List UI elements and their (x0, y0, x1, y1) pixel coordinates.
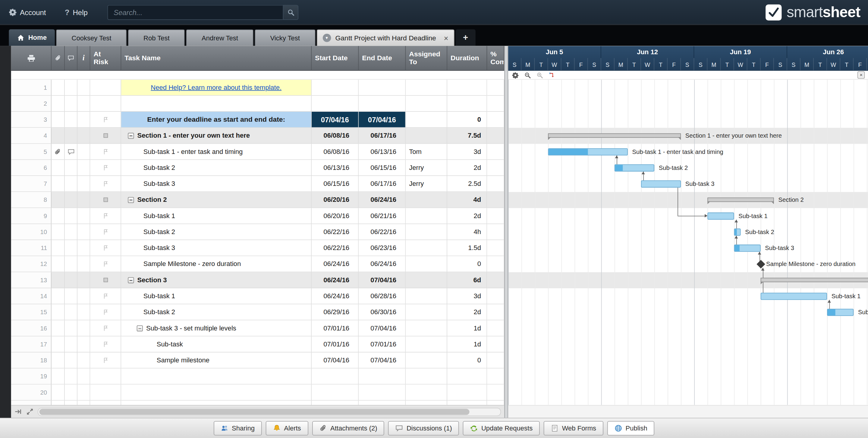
gantt-task-bar[interactable] (761, 293, 827, 300)
start-date-cell[interactable]: 06/20/16 (312, 208, 359, 224)
row-number[interactable]: 10 (11, 224, 52, 240)
start-date-cell[interactable]: 06/08/16 (312, 128, 359, 144)
task-name-cell[interactable]: Sub-task 2 (121, 304, 312, 320)
account-menu[interactable]: Account (9, 8, 46, 16)
row-number[interactable]: 16 (11, 320, 52, 336)
zoom-in-icon[interactable] (536, 72, 543, 78)
toolbar-attachments-2-button[interactable]: Attachments (2) (312, 421, 384, 436)
start-date-cell[interactable]: 06/20/16 (312, 192, 359, 208)
collapse-toggle[interactable]: − (128, 277, 134, 283)
task-name-cell[interactable]: Sub-task 1 (121, 208, 312, 224)
task-name-cell[interactable]: −Section 2 (121, 192, 312, 208)
gantt-close-button[interactable]: × (858, 71, 865, 79)
info-cell[interactable] (78, 385, 90, 401)
percent-complete-cell[interactable] (487, 256, 504, 272)
assigned-to-cell[interactable] (406, 336, 447, 352)
attachment-cell[interactable] (52, 256, 65, 272)
row-number[interactable]: 13 (11, 272, 52, 288)
task-name-cell[interactable]: −Sub-task 3 - set multiple levels (121, 320, 312, 336)
at-risk-cell[interactable] (90, 112, 121, 128)
row-number[interactable]: 15 (11, 304, 52, 320)
comment-cell[interactable] (65, 385, 78, 401)
info-cell[interactable] (78, 401, 90, 405)
percent-complete-cell[interactable] (487, 160, 504, 176)
row-number[interactable]: 20 (11, 385, 52, 401)
task-name-cell[interactable]: Sub-task 2 (121, 160, 312, 176)
attachment-cell[interactable] (52, 288, 65, 304)
attachment-cell[interactable] (52, 320, 65, 336)
percent-complete-cell[interactable] (487, 288, 504, 304)
start-date-cell[interactable] (312, 79, 359, 96)
duration-cell[interactable]: 2.5d (447, 176, 487, 192)
attachment-cell[interactable] (52, 240, 65, 256)
comment-cell[interactable] (65, 144, 78, 160)
expand-sheet-icon[interactable] (26, 408, 34, 416)
percent-complete-cell[interactable] (487, 208, 504, 224)
comment-cell[interactable] (65, 160, 78, 176)
task-name-cell[interactable]: Sub-task 2 (121, 224, 312, 240)
comment-cell[interactable] (65, 401, 78, 405)
attachment-cell[interactable] (52, 208, 65, 224)
duration-cell[interactable]: 2d (447, 160, 487, 176)
attachment-cell[interactable] (52, 192, 65, 208)
attachment-cell[interactable] (52, 96, 65, 112)
duration-cell[interactable]: 7.5d (447, 128, 487, 144)
start-date-cell[interactable]: 07/01/16 (312, 320, 359, 336)
gantt-task-bar[interactable] (707, 212, 734, 220)
task-name-cell[interactable]: Sub-task 1 (121, 288, 312, 304)
duration-cell[interactable] (447, 401, 487, 405)
percent-complete-cell[interactable] (487, 352, 504, 368)
percent-complete-cell[interactable] (487, 272, 504, 288)
at-risk-cell[interactable] (90, 288, 121, 304)
attachment-cell[interactable] (52, 385, 65, 401)
gantt-task-bar[interactable] (548, 148, 627, 156)
task-name-cell[interactable]: Sub-task 1 - enter task and timing (121, 144, 312, 160)
info-cell[interactable] (78, 224, 90, 240)
attachment-cell[interactable] (52, 304, 65, 320)
info-cell[interactable] (78, 256, 90, 272)
info-cell[interactable] (78, 352, 90, 368)
duration-cell[interactable]: 4d (447, 192, 487, 208)
info-cell[interactable] (78, 192, 90, 208)
percent-complete-cell[interactable] (487, 320, 504, 336)
row-number[interactable]: 3 (11, 112, 52, 128)
percent-complete-cell[interactable] (487, 176, 504, 192)
at-risk-cell[interactable] (90, 272, 121, 288)
tab-vicky-test[interactable]: Vicky Test (255, 29, 315, 46)
end-date-cell[interactable]: 06/22/16 (359, 224, 406, 240)
column-header-pct[interactable]: % Complete (487, 46, 504, 71)
start-date-cell[interactable] (312, 368, 359, 384)
attachment-cell[interactable] (52, 272, 65, 288)
help-menu[interactable]: ? Help (65, 8, 88, 16)
row-number[interactable]: 19 (11, 368, 52, 384)
duration-cell[interactable] (447, 368, 487, 384)
attachment-cell[interactable] (52, 368, 65, 384)
assigned-to-cell[interactable] (406, 288, 447, 304)
start-date-cell[interactable]: 06/22/16 (312, 240, 359, 256)
assigned-to-cell[interactable] (406, 272, 447, 288)
end-date-cell[interactable]: 07/04/16 (359, 112, 406, 128)
duration-cell[interactable]: 0 (447, 112, 487, 128)
info-cell[interactable] (78, 272, 90, 288)
comment-cell[interactable] (65, 304, 78, 320)
start-date-cell[interactable]: 06/24/16 (312, 272, 359, 288)
at-risk-cell[interactable] (90, 256, 121, 272)
assigned-to-cell[interactable]: Jerry (406, 160, 447, 176)
comment-cell[interactable] (65, 128, 78, 144)
end-date-cell[interactable]: 06/28/16 (359, 288, 406, 304)
duration-cell[interactable]: 4h (447, 224, 487, 240)
percent-complete-cell[interactable] (487, 96, 504, 112)
at-risk-cell[interactable] (90, 352, 121, 368)
gantt-settings-icon[interactable] (512, 72, 519, 78)
task-name-cell[interactable]: −Section 1 - enter your own text here (121, 128, 312, 144)
duration-cell[interactable]: 3d (447, 144, 487, 160)
at-risk-cell[interactable] (90, 192, 121, 208)
assigned-to-cell[interactable] (406, 128, 447, 144)
at-risk-cell[interactable] (90, 401, 121, 405)
start-date-cell[interactable]: 06/22/16 (312, 224, 359, 240)
at-risk-cell[interactable] (90, 224, 121, 240)
comment-cell[interactable] (65, 208, 78, 224)
search-button[interactable] (283, 5, 299, 20)
assigned-to-cell[interactable] (406, 224, 447, 240)
collapse-toggle[interactable]: − (128, 133, 134, 139)
